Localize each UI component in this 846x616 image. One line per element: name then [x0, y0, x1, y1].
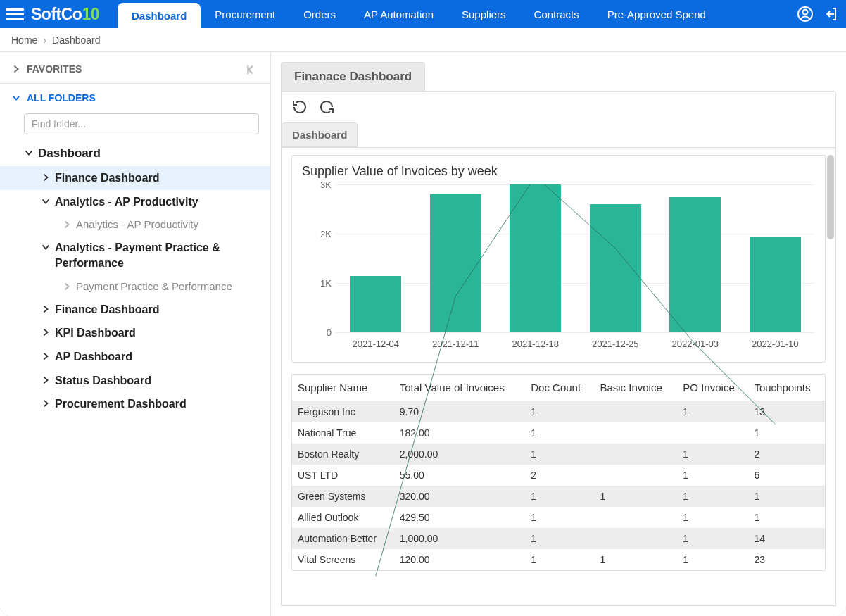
- breadcrumb-item[interactable]: Home: [11, 34, 37, 46]
- nav-tab-procurement[interactable]: Procurement: [201, 0, 289, 28]
- table-row[interactable]: National True182.0011: [292, 422, 825, 444]
- table-header[interactable]: Supplier Name: [292, 375, 394, 401]
- hamburger-icon[interactable]: [6, 5, 24, 23]
- nav-tab-suppliers[interactable]: Suppliers: [448, 0, 520, 28]
- chevron-down-icon: [41, 196, 51, 206]
- table-cell: 1: [677, 486, 748, 507]
- chevron-right-icon: [41, 304, 51, 314]
- table-row[interactable]: Allied Outlook429.50111: [292, 507, 825, 528]
- table-row[interactable]: Ferguson Inc9.701113: [292, 401, 825, 423]
- table-cell: 1,000.00: [394, 528, 525, 549]
- table-cell: Green Systems: [292, 486, 394, 507]
- table-cell: 1: [748, 507, 825, 528]
- tree-item[interactable]: Finance Dashboard: [0, 298, 270, 322]
- chevron-right-icon: [41, 327, 51, 337]
- chart-bar: [350, 276, 401, 332]
- y-tick: 0: [302, 327, 332, 338]
- table-cell: [594, 422, 677, 444]
- y-tick: 3K: [302, 180, 332, 190]
- nav-tabs: DashboardProcurementOrdersAP AutomationS…: [118, 0, 793, 28]
- nav-tab-orders[interactable]: Orders: [289, 0, 350, 28]
- chart-bar: [669, 197, 721, 333]
- x-tick: 2022-01-10: [735, 339, 816, 349]
- tree-item[interactable]: Analytics - AP Productivity: [0, 213, 270, 236]
- table-cell: 55.00: [394, 465, 525, 486]
- tree-item[interactable]: Analytics - Payment Practice & Performan…: [0, 236, 270, 275]
- find-folder-input[interactable]: [24, 113, 259, 134]
- table-header[interactable]: Basic Invoice: [594, 375, 677, 401]
- table-cell: 1: [677, 549, 748, 570]
- tree-item-label: Finance Dashboard: [55, 170, 159, 186]
- table-header[interactable]: Doc Count: [525, 375, 594, 401]
- favorites-header[interactable]: FAVORITES: [0, 56, 270, 82]
- refresh-icon[interactable]: [318, 99, 335, 115]
- all-folders-header[interactable]: ALL FOLDERS: [0, 85, 270, 111]
- tree-item-label: Analytics - AP Productivity: [55, 194, 198, 210]
- scrollbar[interactable]: [827, 155, 834, 239]
- tree-item-label: Analytics - Payment Practice & Performan…: [55, 240, 262, 270]
- tree-item[interactable]: KPI Dashboard: [0, 321, 270, 345]
- table-cell: 120.00: [394, 549, 525, 570]
- tree-item[interactable]: Analytics - AP Productivity: [0, 190, 270, 214]
- table-row[interactable]: Boston Realty2,000.00112: [292, 444, 825, 465]
- table-row[interactable]: Automation Better1,000.001114: [292, 528, 825, 549]
- logout-icon[interactable]: [822, 6, 839, 23]
- tree-item[interactable]: Finance Dashboard: [0, 166, 270, 190]
- table-cell: 1: [525, 486, 594, 507]
- collapse-sidebar-icon[interactable]: [244, 62, 259, 80]
- tree-item[interactable]: Payment Practice & Performance: [0, 275, 270, 298]
- nav-tab-dashboard[interactable]: Dashboard: [118, 3, 201, 28]
- user-circle-icon[interactable]: [797, 6, 814, 23]
- tree-item[interactable]: AP Dashboard: [0, 345, 270, 369]
- svg-point-1: [803, 10, 808, 15]
- table-header[interactable]: PO Invoice: [677, 375, 748, 401]
- chevron-down-icon: [24, 148, 34, 158]
- table-cell: 1: [525, 444, 594, 465]
- table-row[interactable]: Vital Screens120.0011123: [292, 549, 825, 570]
- undo-icon[interactable]: [291, 99, 308, 115]
- table-cell: 2: [748, 444, 825, 465]
- x-tick: 2021-12-18: [495, 339, 576, 349]
- breadcrumb-item[interactable]: Dashboard: [52, 34, 101, 46]
- table-cell: 1: [525, 528, 594, 549]
- chevron-right-icon: [41, 172, 51, 182]
- table-header[interactable]: Total Value of Invoices: [394, 375, 525, 401]
- nav-tab-ap-automation[interactable]: AP Automation: [350, 0, 448, 28]
- chart-title: Supplier Value of Invoices by week: [302, 164, 815, 179]
- table-cell: 14: [748, 528, 825, 549]
- chevron-right-icon: [11, 64, 21, 74]
- table-cell: [594, 444, 677, 465]
- tree-item[interactable]: Status Dashboard: [0, 369, 270, 393]
- main-content: Finanace Dashboard Dashboard Supplier Va…: [271, 52, 846, 616]
- tree-item-label: Status Dashboard: [55, 373, 151, 389]
- all-folders-label: ALL FOLDERS: [27, 92, 96, 103]
- table-header[interactable]: Touchpoints: [748, 375, 825, 401]
- panel-tab-finance-dashboard[interactable]: Finanace Dashboard: [281, 62, 425, 91]
- table-cell: 1: [677, 465, 748, 486]
- table-row[interactable]: UST LTD55.00216: [292, 465, 825, 486]
- nav-tab-contracts[interactable]: Contracts: [520, 0, 593, 28]
- y-tick: 1K: [302, 278, 332, 289]
- table-cell: 1: [748, 486, 825, 507]
- nav-tab-pre-approved-spend[interactable]: Pre-Approved Spend: [593, 0, 720, 28]
- table-cell: [594, 528, 677, 549]
- table-cell: 1: [748, 422, 825, 444]
- chart-bar: [750, 237, 801, 333]
- chevron-right-icon: [62, 282, 72, 291]
- chart-card: Supplier Value of Invoices by week 2021-…: [291, 155, 826, 363]
- tree-item[interactable]: Procurement Dashboard: [0, 392, 270, 416]
- table-cell: 1: [677, 528, 748, 549]
- table-cell: [677, 422, 748, 444]
- table-cell: 6: [748, 465, 825, 486]
- table-row[interactable]: Green Systems320.001111: [292, 486, 825, 507]
- tree-item[interactable]: Dashboard: [0, 142, 270, 166]
- chevron-right-icon: [41, 375, 51, 385]
- breadcrumb: Home › Dashboard: [0, 28, 846, 52]
- chevron-right-icon: ›: [43, 34, 46, 46]
- table-cell: 1: [677, 507, 748, 528]
- tree-item-label: Finance Dashboard: [55, 302, 159, 318]
- tree-item-label: Procurement Dashboard: [55, 396, 187, 412]
- table-cell: [594, 507, 677, 528]
- inner-tab-dashboard[interactable]: Dashboard: [282, 122, 358, 147]
- table-cell: UST LTD: [292, 465, 394, 486]
